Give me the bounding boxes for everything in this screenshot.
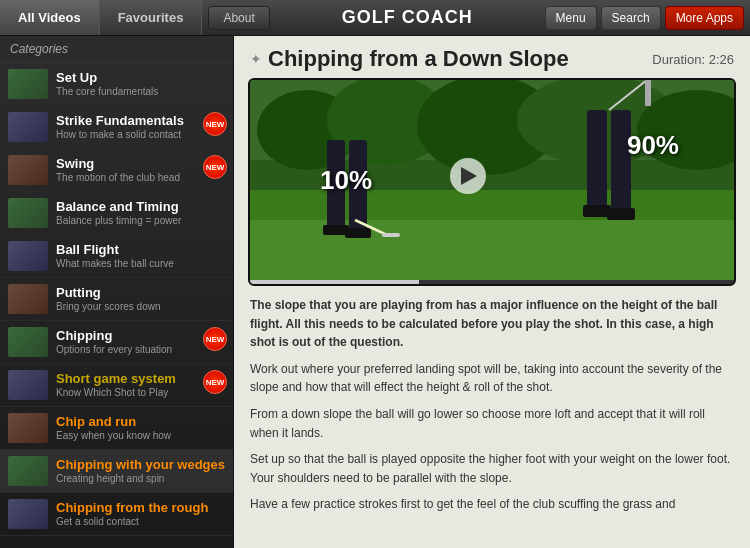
nav-right-buttons: Menu Search More Apps — [545, 6, 750, 30]
main-tabs: All Videos Favourites — [0, 0, 202, 35]
app-title: GOLF COACH — [342, 7, 473, 27]
video-duration: Duration: 2:26 — [652, 52, 734, 67]
cat-subtitle-chiprun: Easy when you know how — [56, 429, 225, 442]
sidebar-item-wedges[interactable]: Chipping with your wedges Creating heigh… — [0, 450, 233, 493]
sidebar-item-putting[interactable]: Putting Bring your scores down — [0, 278, 233, 321]
paragraph-4: Set up so that the ball is played opposi… — [250, 450, 734, 487]
cat-title-putting: Putting — [56, 285, 225, 301]
video-frame: 10% 90% — [250, 80, 734, 280]
video-player[interactable]: 10% 90% — [248, 78, 736, 286]
new-badge-strike: NEW — [203, 112, 227, 136]
cat-thumb-balance — [8, 198, 48, 228]
svg-rect-14 — [382, 233, 400, 237]
svg-rect-7 — [250, 210, 734, 280]
star-icon: ✦ — [250, 51, 262, 67]
svg-rect-17 — [583, 205, 611, 217]
content-title: Chipping from a Down Slope — [268, 46, 569, 72]
app-title-area: GOLF COACH — [270, 7, 545, 28]
svg-rect-18 — [607, 208, 635, 220]
content-header: ✦ Chipping from a Down Slope Duration: 2… — [234, 36, 750, 78]
cat-title-strike: Strike Fundamentals — [56, 113, 225, 129]
sidebar-item-chipping[interactable]: Chipping Options for every situation NEW — [0, 321, 233, 364]
new-badge-shortgame: NEW — [203, 370, 227, 394]
cat-thumb-rough — [8, 499, 48, 529]
content-area: ✦ Chipping from a Down Slope Duration: 2… — [234, 36, 750, 548]
cat-thumb-putting — [8, 284, 48, 314]
cat-thumb-ballflight — [8, 241, 48, 271]
sidebar-item-ballflight[interactable]: Ball Flight What makes the ball curve — [0, 235, 233, 278]
tab-favourites[interactable]: Favourites — [100, 0, 203, 35]
cat-subtitle-strike: How to make a solid contact — [56, 128, 225, 141]
pct-10-label: 10% — [320, 165, 372, 196]
sidebar-item-strike[interactable]: Strike Fundamentals How to make a solid … — [0, 106, 233, 149]
top-navigation: All Videos Favourites About GOLF COACH M… — [0, 0, 750, 36]
svg-rect-12 — [345, 228, 371, 238]
cat-subtitle-chipping: Options for every situation — [56, 343, 225, 356]
cat-title-swing: Swing — [56, 156, 225, 172]
about-button[interactable]: About — [208, 6, 269, 30]
cat-subtitle-swing: The motion of the club head — [56, 171, 225, 184]
cat-title-chiprun: Chip and run — [56, 414, 225, 430]
sidebar-item-setup[interactable]: Set Up The core fundamentals — [0, 63, 233, 106]
paragraph-2: Work out where your preferred landing sp… — [250, 360, 734, 397]
sidebar-item-balance[interactable]: Balance and Timing Balance plus timing =… — [0, 192, 233, 235]
pct-90-label: 90% — [627, 130, 679, 161]
cat-title-balance: Balance and Timing — [56, 199, 225, 215]
new-badge-chipping: NEW — [203, 327, 227, 351]
paragraph-1: The slope that you are playing from has … — [250, 296, 734, 352]
sidebar-item-chiprun[interactable]: Chip and run Easy when you know how — [0, 407, 233, 450]
search-button[interactable]: Search — [601, 6, 661, 30]
more-apps-button[interactable]: More Apps — [665, 6, 744, 30]
tab-all-videos[interactable]: All Videos — [0, 0, 100, 35]
cat-subtitle-ballflight: What makes the ball curve — [56, 257, 225, 270]
paragraph-5: Have a few practice strokes first to get… — [250, 495, 734, 514]
cat-subtitle-rough: Get a solid contact — [56, 515, 225, 528]
cat-title-ballflight: Ball Flight — [56, 242, 225, 258]
text-content-area: The slope that you are playing from has … — [234, 296, 750, 534]
sidebar: Categories Set Up The core fundamentals … — [0, 36, 234, 548]
play-button[interactable] — [450, 158, 486, 194]
cat-subtitle-setup: The core fundamentals — [56, 85, 225, 98]
video-progress-fill — [250, 280, 419, 284]
sidebar-item-rough[interactable]: Chipping from the rough Get a solid cont… — [0, 493, 233, 536]
cat-title-rough: Chipping from the rough — [56, 500, 225, 516]
sidebar-item-swing[interactable]: Swing The motion of the club head NEW — [0, 149, 233, 192]
cat-thumb-swing — [8, 155, 48, 185]
cat-thumb-strike — [8, 112, 48, 142]
play-arrow-icon — [461, 167, 477, 185]
sidebar-item-shortgame[interactable]: Short game system Know Which Shot to Pla… — [0, 364, 233, 407]
cat-thumb-setup — [8, 69, 48, 99]
cat-title-wedges: Chipping with your wedges — [56, 457, 225, 473]
sidebar-header: Categories — [0, 36, 233, 63]
cat-subtitle-shortgame: Know Which Shot to Play — [56, 386, 225, 399]
svg-rect-20 — [645, 80, 651, 106]
cat-title-shortgame: Short game system — [56, 371, 225, 387]
cat-title-setup: Set Up — [56, 70, 225, 86]
cat-subtitle-wedges: Creating height and spin — [56, 472, 225, 485]
cat-thumb-chipping — [8, 327, 48, 357]
cat-title-chipping: Chipping — [56, 328, 225, 344]
cat-thumb-wedges — [8, 456, 48, 486]
cat-thumb-shortgame — [8, 370, 48, 400]
cat-subtitle-balance: Balance plus timing = power — [56, 214, 225, 227]
svg-rect-15 — [587, 110, 607, 210]
cat-subtitle-putting: Bring your scores down — [56, 300, 225, 313]
new-badge-swing: NEW — [203, 155, 227, 179]
main-layout: Categories Set Up The core fundamentals … — [0, 36, 750, 548]
menu-button[interactable]: Menu — [545, 6, 597, 30]
video-progress-bar[interactable] — [250, 280, 734, 284]
paragraph-3: From a down slope the ball will go lower… — [250, 405, 734, 442]
cat-thumb-chiprun — [8, 413, 48, 443]
